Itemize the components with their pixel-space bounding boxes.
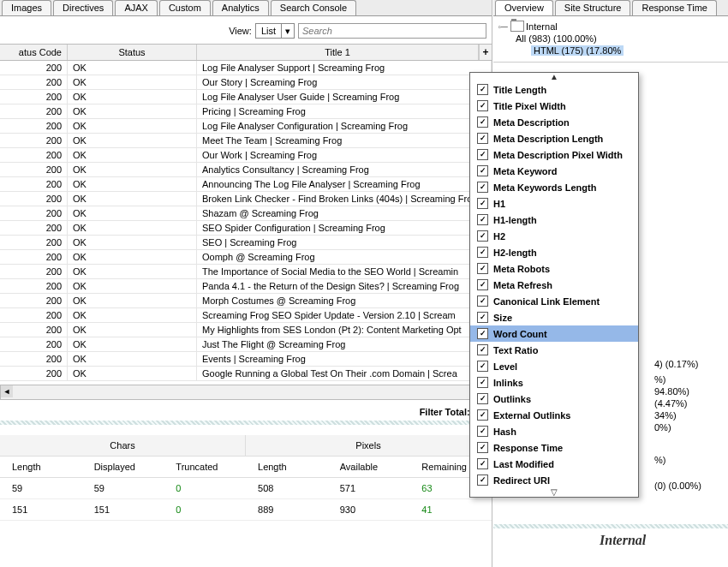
cell-status: OK: [68, 119, 197, 133]
table-row[interactable]: 200OKSEO | Screaming Frog: [0, 236, 492, 250]
tree-node-all[interactable]: All (983) (100.00%): [497, 33, 728, 45]
menu-item-size[interactable]: ✓Size: [470, 309, 638, 325]
table-row[interactable]: 200OKBroken Link Checker - Find Broken L…: [0, 192, 492, 206]
menu-item-h1[interactable]: ✓H1: [470, 195, 638, 212]
table-row[interactable]: 200OKMy Highlights from SES London (Pt 2…: [0, 323, 492, 337]
checkbox-icon: ✓: [477, 84, 488, 95]
table-row[interactable]: 200OKMorph Costumes @ Screaming Frog: [0, 294, 492, 308]
cell-status: OK: [68, 148, 197, 162]
tab-ajax[interactable]: AJAX: [115, 0, 158, 15]
scroll-down-icon[interactable]: ▽: [470, 488, 638, 497]
results-grid: atus Code Status Title 1 + 200OKLog File…: [0, 44, 492, 381]
group-chars: Chars: [0, 435, 246, 456]
menu-item-word-count[interactable]: ✓Word Count: [470, 325, 638, 342]
search-input[interactable]: [298, 23, 486, 39]
table-row[interactable]: 200OKGoogle Running a Global Test On The…: [0, 367, 492, 381]
menu-item-meta-refresh[interactable]: ✓Meta Refresh: [470, 277, 638, 293]
col-length[interactable]: Length: [246, 462, 328, 472]
table-row[interactable]: 200OKJust The Flight @ Screaming Frog: [0, 337, 492, 352]
table-row[interactable]: 200OKScreaming Frog SEO Spider Update - …: [0, 308, 492, 323]
view-value: List: [256, 24, 282, 38]
menu-item-last-modified[interactable]: ✓Last Modified: [470, 456, 638, 472]
horizontal-scrollbar[interactable]: ◄ ►: [0, 385, 492, 400]
tab-analytics[interactable]: Analytics: [212, 0, 269, 15]
menu-item-external-outlinks[interactable]: ✓External Outlinks: [470, 407, 638, 423]
table-row[interactable]: 200OKShazam @ Screaming Frog: [0, 206, 492, 221]
menu-item-meta-robots[interactable]: ✓Meta Robots: [470, 260, 638, 277]
table-row[interactable]: 200OKLog File Analyser Configuration | S…: [0, 119, 492, 134]
tree-twisty-icon[interactable]: ◦─: [497, 21, 509, 32]
col-length[interactable]: Length: [0, 462, 82, 472]
cell-status-code: 200: [0, 61, 68, 75]
table-row[interactable]: 200OKEvents | Screaming Frog: [0, 352, 492, 367]
checkbox-icon: ✓: [477, 328, 488, 339]
grid-body: 200OKLog File Analyser Support | Screami…: [0, 61, 492, 381]
menu-item-title-length[interactable]: ✓Title Length: [470, 81, 638, 98]
col-status[interactable]: Status: [68, 45, 197, 60]
tab-response-time[interactable]: Response Time: [632, 0, 716, 15]
tab-site-structure[interactable]: Site Structure: [555, 0, 631, 15]
menu-item-level[interactable]: ✓Level: [470, 358, 638, 374]
tree-node-internal[interactable]: ◦─ Internal: [497, 20, 728, 33]
col-available[interactable]: Available: [328, 462, 410, 472]
cell: 59: [0, 483, 82, 493]
menu-item-h2-length[interactable]: ✓H2-length: [470, 244, 638, 260]
menu-item-hash[interactable]: ✓Hash: [470, 423, 638, 439]
table-row[interactable]: 200OKOur Story | Screaming Frog: [0, 75, 492, 90]
table-row[interactable]: 200OKOomph @ Screaming Frog: [0, 250, 492, 265]
table-row[interactable]: 200OKAnalytics Consultancy | Screaming F…: [0, 163, 492, 177]
table-row[interactable]: 200OKAnnouncing The Log File Analyser | …: [0, 177, 492, 192]
menu-item-label: Outlinks: [493, 394, 531, 404]
add-column-button[interactable]: +: [479, 45, 492, 60]
tab-custom[interactable]: Custom: [159, 0, 211, 15]
col-truncated[interactable]: Truncated: [164, 462, 246, 472]
cell-status-code: 200: [0, 308, 68, 322]
cell-status-code: 200: [0, 119, 68, 133]
tab-directives[interactable]: Directives: [53, 0, 113, 15]
view-dropdown[interactable]: List ▾: [255, 23, 295, 39]
menu-item-canonical-link-element[interactable]: ✓Canonical Link Element: [470, 293, 638, 309]
col-displayed[interactable]: Displayed: [82, 462, 164, 472]
menu-item-inlinks[interactable]: ✓Inlinks: [470, 374, 638, 391]
menu-item-meta-description-pixel-width[interactable]: ✓Meta Description Pixel Width: [470, 146, 638, 163]
cell-status: OK: [68, 61, 197, 75]
tab-overview[interactable]: Overview: [495, 0, 553, 15]
scroll-left-icon[interactable]: ◄: [1, 385, 13, 397]
menu-item-title-pixel-width[interactable]: ✓Title Pixel Width: [470, 98, 638, 114]
table-row[interactable]: 200OKLog File Analyser User Guide | Scre…: [0, 90, 492, 104]
cell: 571: [328, 483, 410, 493]
scroll-up-icon[interactable]: ▲: [470, 73, 638, 81]
internal-heading: Internal: [600, 533, 646, 548]
menu-item-outlinks[interactable]: ✓Outlinks: [470, 391, 638, 407]
cell-status: OK: [68, 192, 197, 206]
menu-item-meta-description-length[interactable]: ✓Meta Description Length: [470, 130, 638, 146]
menu-item-response-time[interactable]: ✓Response Time: [470, 439, 638, 456]
cell-title: Morph Costumes @ Screaming Frog: [197, 294, 492, 307]
table-row[interactable]: 200OKLog File Analyser Support | Screami…: [0, 61, 492, 75]
table-row[interactable]: 200OKPricing | Screaming Frog: [0, 104, 492, 119]
col-title1[interactable]: Title 1: [197, 45, 479, 60]
menu-item-meta-description[interactable]: ✓Meta Description: [470, 114, 638, 130]
stat-line: 94.80%): [639, 385, 693, 397]
table-row[interactable]: 200OKMeet The Team | Screaming Frog: [0, 134, 492, 148]
cell-status: OK: [68, 221, 197, 235]
col-status-code[interactable]: atus Code: [0, 45, 68, 60]
tab-search-console[interactable]: Search Console: [271, 0, 356, 15]
cell-status-code: 200: [0, 352, 68, 366]
tree-node-html[interactable]: HTML (175) (17.80%: [497, 45, 728, 57]
table-row[interactable]: 200OKOur Work | Screaming Frog: [0, 148, 492, 163]
menu-item-meta-keyword[interactable]: ✓Meta Keyword: [470, 163, 638, 179]
menu-item-meta-keywords-length[interactable]: ✓Meta Keywords Length: [470, 179, 638, 195]
splitter[interactable]: [493, 524, 728, 528]
checkbox-icon: ✓: [477, 133, 488, 144]
menu-item-redirect-uri[interactable]: ✓Redirect URI: [470, 472, 638, 488]
cell-title: Just The Flight @ Screaming Frog: [197, 337, 492, 351]
menu-item-text-ratio[interactable]: ✓Text Ratio: [470, 342, 638, 358]
menu-item-h1-length[interactable]: ✓H1-length: [470, 212, 638, 228]
cell-status: OK: [68, 352, 197, 366]
tab-images[interactable]: Images: [2, 0, 51, 15]
table-row[interactable]: 200OKPanda 4.1 - the Return of the Desig…: [0, 279, 492, 294]
table-row[interactable]: 200OKSEO Spider Configuration | Screamin…: [0, 221, 492, 236]
menu-item-h2[interactable]: ✓H2: [470, 228, 638, 244]
table-row[interactable]: 200OKThe Importance of Social Media to t…: [0, 265, 492, 279]
